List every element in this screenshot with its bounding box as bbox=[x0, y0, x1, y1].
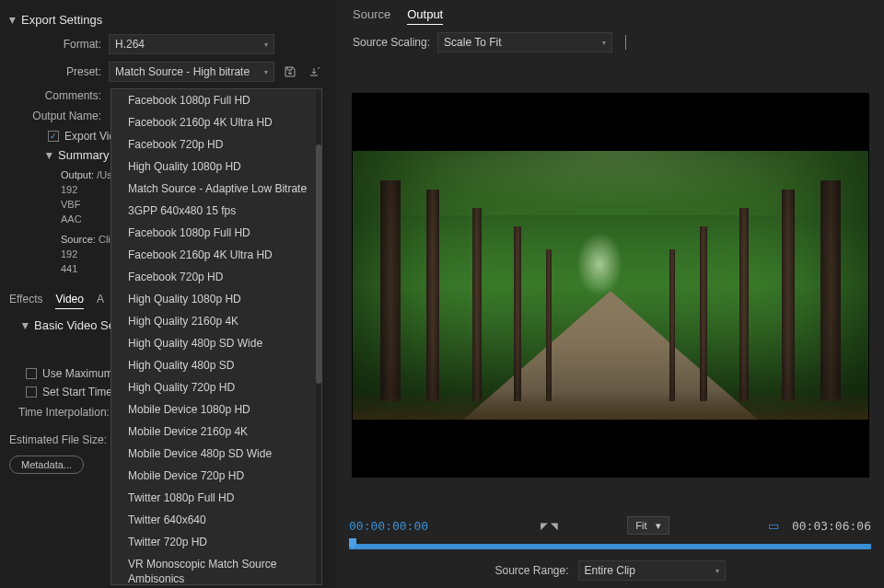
text-cursor bbox=[625, 35, 626, 50]
preset-option[interactable]: 3GPP 640x480 15 fps bbox=[111, 200, 321, 222]
mark-in-icon[interactable]: ◤ bbox=[541, 521, 548, 531]
format-label: Format: bbox=[9, 38, 101, 51]
metadata-button[interactable]: Metadata... bbox=[9, 455, 84, 474]
preset-option[interactable]: Mobile Device 720p HD bbox=[111, 465, 321, 487]
preset-option[interactable]: Twitter 1080p Full HD bbox=[111, 487, 321, 509]
preset-option[interactable]: Facebook 1080p Full HD bbox=[111, 222, 321, 244]
preset-option[interactable]: High Quality 2160p 4K bbox=[111, 310, 321, 332]
preset-option[interactable]: Twitter 720p HD bbox=[111, 531, 321, 553]
preset-option[interactable]: Mobile Device 480p SD Wide bbox=[111, 443, 321, 465]
dropdown-scrollbar[interactable] bbox=[316, 89, 321, 584]
preview-panel: Source Output Source Scaling: Scale To F… bbox=[336, 0, 884, 588]
time-interpolation-label: Time Interpolation: bbox=[18, 406, 110, 419]
set-start-timecode-checkbox[interactable] bbox=[26, 386, 37, 398]
preset-option[interactable]: VR Monoscopic Match Source Ambisonics bbox=[111, 553, 321, 585]
chevron-down-icon: ▾ bbox=[602, 39, 606, 47]
preset-option[interactable]: Match Source - Adaptive Low Bitrate bbox=[111, 178, 321, 200]
preset-option[interactable]: Mobile Device 1080p HD bbox=[111, 398, 321, 421]
export-settings-header[interactable]: ▶ Export Settings bbox=[9, 13, 327, 27]
zoom-fit-select[interactable]: Fit ▾ bbox=[627, 516, 669, 535]
preset-option[interactable]: Facebook 2160p 4K Ultra HD bbox=[111, 244, 321, 266]
tab-effects[interactable]: Effects bbox=[9, 293, 42, 309]
preset-option[interactable]: High Quality 480p SD bbox=[111, 354, 321, 376]
save-preset-icon[interactable] bbox=[282, 63, 298, 80]
chevron-down-icon: ▾ bbox=[264, 68, 268, 76]
preset-option[interactable]: High Quality 720p HD bbox=[111, 376, 321, 398]
format-select[interactable]: H.264 ▾ bbox=[109, 34, 274, 54]
source-scaling-label: Source Scaling: bbox=[353, 36, 430, 49]
playhead[interactable] bbox=[349, 538, 356, 549]
tab-audio[interactable]: A bbox=[97, 293, 104, 309]
video-preview-area bbox=[336, 62, 884, 509]
tab-output[interactable]: Output bbox=[407, 7, 443, 25]
output-name-label: Output Name: bbox=[9, 110, 101, 122]
timecode-out: 00:03:06:06 bbox=[792, 519, 871, 533]
export-video-checkbox[interactable] bbox=[48, 131, 59, 142]
preview-image bbox=[353, 151, 868, 420]
chevron-down-icon: ▾ bbox=[656, 520, 661, 532]
estimated-size-label: Estimated File Size: bbox=[9, 433, 107, 446]
export-settings-panel: ▶ Export Settings Format: H.264 ▾ Preset… bbox=[0, 0, 336, 588]
preset-option[interactable]: High Quality 1080p HD bbox=[111, 156, 321, 178]
preset-option[interactable]: Twitter 640x640 bbox=[111, 509, 321, 531]
timeline-track[interactable] bbox=[349, 544, 871, 549]
summary-header: Summary bbox=[58, 148, 110, 162]
chevron-down-icon: ▶ bbox=[45, 152, 54, 158]
chevron-down-icon: ▶ bbox=[21, 322, 30, 329]
preset-dropdown-list[interactable]: Facebook 1080p Full HDFacebook 2160p 4K … bbox=[110, 88, 322, 585]
safe-margins-icon[interactable]: ▭ bbox=[768, 519, 779, 533]
comments-label: Comments: bbox=[9, 89, 101, 102]
source-range-label: Source Range: bbox=[494, 564, 568, 577]
preset-option[interactable]: High Quality 1080p HD bbox=[111, 288, 321, 310]
preset-option[interactable]: Facebook 1080p Full HD bbox=[111, 89, 321, 111]
timeline[interactable] bbox=[336, 542, 884, 557]
use-max-render-checkbox[interactable] bbox=[26, 368, 37, 379]
tab-video[interactable]: Video bbox=[55, 293, 83, 309]
video-frame bbox=[352, 93, 869, 478]
panel-title: Export Settings bbox=[21, 13, 102, 27]
source-range-select[interactable]: Entire Clip ▾ bbox=[578, 560, 726, 581]
preset-option[interactable]: Facebook 720p HD bbox=[111, 133, 321, 156]
source-scaling-select[interactable]: Scale To Fit ▾ bbox=[437, 32, 612, 52]
preset-option[interactable]: High Quality 480p SD Wide bbox=[111, 332, 321, 354]
chevron-down-icon: ▾ bbox=[715, 567, 719, 575]
import-preset-icon[interactable] bbox=[306, 63, 322, 80]
preset-option[interactable]: Mobile Device 2160p 4K bbox=[111, 421, 321, 443]
tab-source[interactable]: Source bbox=[353, 7, 390, 25]
transport-bar: 00:00:00:00 ◤ ◥ Fit ▾ ▭ 00:03:06:06 bbox=[336, 509, 884, 542]
chevron-down-icon: ▾ bbox=[264, 40, 268, 49]
chevron-down-icon: ▶ bbox=[8, 17, 17, 23]
mark-out-icon[interactable]: ◥ bbox=[551, 521, 558, 531]
preset-select[interactable]: Match Source - High bitrate ▾ bbox=[109, 62, 274, 82]
timecode-in[interactable]: 00:00:00:00 bbox=[349, 519, 428, 533]
preset-option[interactable]: Facebook 2160p 4K Ultra HD bbox=[111, 111, 321, 133]
preset-option[interactable]: Facebook 720p HD bbox=[111, 266, 321, 288]
preset-label: Preset: bbox=[9, 65, 101, 78]
